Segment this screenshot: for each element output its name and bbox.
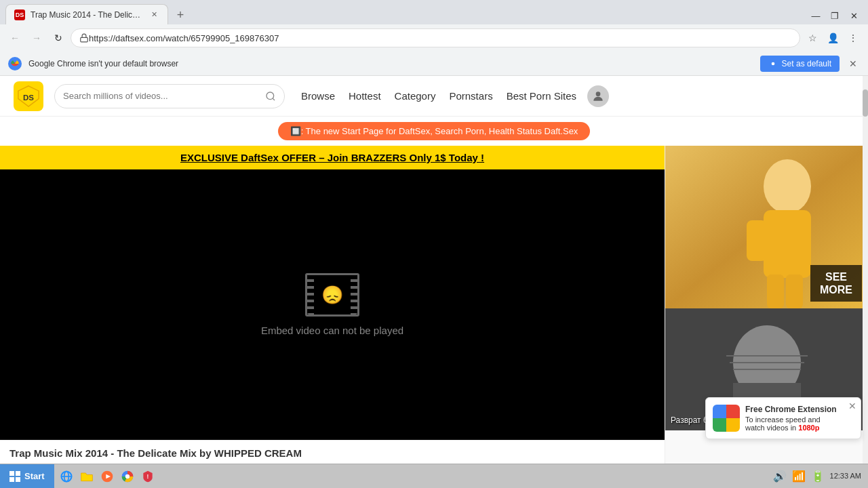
logo-shield: DS xyxy=(16,84,41,108)
set-default-button[interactable]: Set as default xyxy=(760,56,840,72)
ie-icon xyxy=(60,470,73,483)
taskbar-item-explorer[interactable] xyxy=(77,467,96,486)
svg-point-6 xyxy=(267,92,274,100)
extension-title: Free Chrome Extension xyxy=(745,405,854,414)
close-button[interactable]: ✕ xyxy=(845,7,863,24)
tab-close-button[interactable]: ✕ xyxy=(149,9,159,20)
network-icon[interactable]: 📶 xyxy=(792,470,806,483)
extension-line1: To increase speed and xyxy=(745,415,854,424)
folder-icon xyxy=(80,470,94,483)
extension-close-button[interactable]: ✕ xyxy=(848,401,856,411)
svg-rect-24 xyxy=(16,477,20,482)
video-player[interactable]: 😞 Embed video can not be played xyxy=(0,169,665,440)
page-scrollbar[interactable] xyxy=(863,146,868,464)
window-controls: — ❐ ✕ xyxy=(807,7,868,24)
chrome-extension-logo xyxy=(713,405,740,432)
video-error-icon: 😞 xyxy=(305,273,359,317)
svg-point-8 xyxy=(596,92,601,96)
svg-rect-22 xyxy=(16,471,20,476)
chrome-small-icon xyxy=(768,59,778,68)
taskbar-clock: 12:33 AM xyxy=(830,471,861,481)
taskbar-item-chrome[interactable] xyxy=(118,467,137,486)
minimize-button[interactable]: — xyxy=(807,7,825,24)
search-input[interactable] xyxy=(63,91,260,101)
svg-rect-0 xyxy=(81,37,88,41)
nav-links: Browse Hottest Category Pornstars Best P… xyxy=(301,90,576,102)
category-link[interactable]: Category xyxy=(395,90,436,102)
svg-line-7 xyxy=(273,98,275,100)
svg-point-3 xyxy=(771,62,774,65)
chrome-favicon xyxy=(8,57,22,70)
svg-rect-11 xyxy=(764,210,811,278)
address-bar: ← → ↻ https://daftsex.com/watch/65799905… xyxy=(0,24,868,52)
svg-text:DS: DS xyxy=(23,93,34,101)
chrome-icon xyxy=(10,59,20,68)
antivirus-icon: ! xyxy=(141,470,155,483)
battery-icon[interactable]: 🔋 xyxy=(811,470,825,483)
new-tab-button[interactable]: + xyxy=(171,5,190,24)
tab-title: Trap Music 2014 - The Delicate ... xyxy=(31,10,143,20)
video-title: Trap Music Mix 2014 - The Delicate Mix b… xyxy=(0,440,665,464)
svg-rect-21 xyxy=(9,471,14,476)
taskbar-item-ie[interactable] xyxy=(57,467,76,486)
announcement-bar: 🔲: The new Start Page for DaftSex, Searc… xyxy=(0,117,868,146)
site-logo[interactable]: DS xyxy=(14,81,43,111)
infobar-close-button[interactable]: ✕ xyxy=(846,57,860,70)
svg-point-10 xyxy=(764,159,811,214)
extension-line2: watch videos in 1080p xyxy=(745,424,854,432)
search-icon xyxy=(265,91,276,102)
extension-text: Free Chrome Extension To increase speed … xyxy=(745,405,854,432)
menu-button[interactable]: ⋮ xyxy=(844,28,863,47)
site-header: DS Browse Hottest Category Pornstars Bes… xyxy=(0,76,868,117)
hottest-link[interactable]: Hottest xyxy=(349,90,381,102)
svg-rect-13 xyxy=(767,274,784,308)
sidebar-thumbnail-1[interactable]: SEE MORE xyxy=(665,146,868,308)
maximize-button[interactable]: ❐ xyxy=(826,7,844,24)
taskbar-item-antivirus[interactable]: ! xyxy=(138,467,157,486)
taskbar: Start xyxy=(0,464,868,488)
extension-icon xyxy=(713,405,740,432)
account-button[interactable]: 👤 xyxy=(823,28,842,47)
user-account-button[interactable] xyxy=(587,85,609,107)
start-button[interactable]: Start xyxy=(0,464,54,489)
chrome-taskbar-icon xyxy=(121,470,134,483)
taskbar-right: 🔊 📶 🔋 12:33 AM xyxy=(766,470,868,483)
pornstars-link[interactable]: Pornstars xyxy=(449,90,492,102)
announcement-pill[interactable]: 🔲: The new Start Page for DaftSex, Searc… xyxy=(278,122,591,140)
browse-link[interactable]: Browse xyxy=(301,90,335,102)
refresh-button[interactable]: ↻ xyxy=(49,28,68,47)
windows-logo-icon xyxy=(9,471,20,482)
svg-rect-14 xyxy=(786,274,803,308)
title-bar: DS Trap Music 2014 - The Delicate ... ✕ … xyxy=(0,0,868,24)
bookmark-button[interactable]: ☆ xyxy=(803,28,822,47)
extension-popup: Free Chrome Extension To increase speed … xyxy=(705,397,861,439)
back-button[interactable]: ← xyxy=(5,28,24,47)
svg-point-31 xyxy=(125,474,130,479)
info-bar: Google Chrome isn't your default browser… xyxy=(0,52,868,76)
page-content: DS Browse Hottest Category Pornstars Bes… xyxy=(0,76,868,464)
user-icon xyxy=(591,89,605,103)
see-more-overlay: SEE MORE xyxy=(810,265,862,302)
svg-rect-23 xyxy=(9,477,14,482)
url-display: https://daftsex.com/watch/65799905_16987… xyxy=(89,33,279,43)
taskbar-item-media[interactable] xyxy=(98,467,117,486)
tab-strip: DS Trap Music 2014 - The Delicate ... ✕ … xyxy=(0,0,190,24)
video-error-message: Embed video can not be played xyxy=(261,325,403,336)
left-content: EXCLUSIVE DaftSex OFFER – Join BRAZZERS … xyxy=(0,146,665,464)
lock-icon xyxy=(79,33,89,43)
active-tab[interactable]: DS Trap Music 2014 - The Delicate ... ✕ xyxy=(5,4,168,24)
offer-bar[interactable]: EXCLUSIVE DaftSex OFFER – Join BRAZZERS … xyxy=(0,146,665,169)
search-bar[interactable] xyxy=(54,84,285,108)
media-icon xyxy=(100,470,114,483)
volume-icon[interactable]: 🔊 xyxy=(773,470,787,483)
best-sites-link[interactable]: Best Porn Sites xyxy=(507,90,576,102)
svg-text:!: ! xyxy=(146,473,149,480)
taskbar-items: ! xyxy=(54,467,766,486)
infobar-text: Google Chrome isn't your default browser xyxy=(28,59,753,68)
svg-rect-12 xyxy=(747,220,767,261)
address-input[interactable]: https://daftsex.com/watch/65799905_16987… xyxy=(71,28,800,47)
forward-button[interactable]: → xyxy=(27,28,46,47)
tab-favicon: DS xyxy=(14,9,25,20)
